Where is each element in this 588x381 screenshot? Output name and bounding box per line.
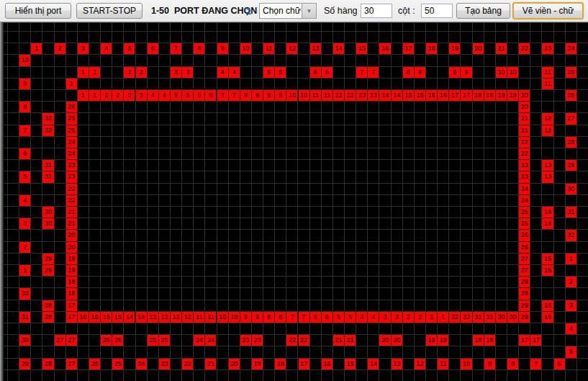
grid-cell[interactable]: 25	[566, 67, 576, 78]
grid-cell[interactable]: 12	[182, 312, 193, 323]
grid-cell[interactable]: 9	[217, 43, 228, 54]
grid-cell[interactable]: 20	[392, 335, 402, 346]
grid-cell[interactable]: 3	[136, 90, 147, 101]
grid-cell[interactable]: 9	[461, 67, 471, 78]
grid-cell[interactable]: 27	[55, 335, 65, 346]
grid-cell[interactable]: 25	[112, 359, 123, 369]
grid-cell[interactable]: 20	[519, 90, 530, 101]
grid-cell[interactable]: 14	[542, 207, 553, 218]
grid-cell[interactable]: 32	[566, 230, 576, 241]
draw-border-button[interactable]: Vẽ viền - chữ	[512, 2, 584, 19]
grid-cell[interactable]: 7	[299, 312, 309, 323]
grid-cell[interactable]: 1	[89, 67, 100, 78]
grid-cell[interactable]: 28	[566, 137, 576, 148]
grid-cell[interactable]: 29	[42, 265, 53, 276]
grid-cell[interactable]: 11	[194, 312, 204, 323]
grid-cell[interactable]: 8	[415, 67, 425, 78]
grid-cell[interactable]: 26	[566, 90, 576, 101]
grid-cell[interactable]: 2	[124, 67, 135, 78]
chevron-down-icon[interactable]: ▼	[302, 4, 316, 18]
grid-cell[interactable]: 21	[519, 113, 530, 124]
grid-cell[interactable]: 30	[507, 312, 518, 323]
grid-cell[interactable]: 8	[263, 312, 274, 323]
grid-cell[interactable]: 18	[473, 335, 484, 346]
grid-cell[interactable]: 12	[345, 90, 356, 101]
grid-cell[interactable]: 22	[519, 137, 530, 148]
grid-cell[interactable]: 26	[519, 230, 530, 241]
grid-cell[interactable]: 26	[519, 242, 530, 253]
grid-cell[interactable]: 9	[275, 90, 286, 101]
grid-cell[interactable]: 19	[66, 265, 77, 276]
grid-cell[interactable]: 23	[542, 43, 553, 54]
grid-cell[interactable]: 18	[275, 359, 286, 369]
create-table-button[interactable]: Tạo bảng	[456, 3, 510, 19]
grid-cell[interactable]: 21	[66, 218, 77, 229]
grid-cell[interactable]: 7	[19, 125, 30, 136]
grid-cell[interactable]: 14	[542, 218, 553, 229]
grid-cell[interactable]: 12	[542, 113, 553, 124]
grid-cell[interactable]: 11	[542, 67, 553, 78]
grid-cell[interactable]: 22	[519, 148, 530, 159]
grid-cell[interactable]: 6	[148, 43, 158, 54]
grid-cell[interactable]: 32	[19, 288, 30, 299]
grid-cell[interactable]: 2	[403, 312, 414, 323]
grid-cell[interactable]: 13	[542, 171, 553, 182]
grid-cell[interactable]: 12	[542, 125, 553, 136]
grid-cell[interactable]: 10	[19, 55, 30, 66]
grid-cell[interactable]: 23	[519, 160, 530, 171]
grid-cell[interactable]: 24	[205, 335, 216, 346]
grid-cell[interactable]: 21	[333, 335, 344, 346]
grid-cell[interactable]: 13	[356, 90, 367, 101]
grid-cell[interactable]: 11	[263, 43, 274, 54]
grid-cell[interactable]: 14	[333, 43, 344, 54]
grid-cell[interactable]: 5	[171, 90, 181, 101]
grid-cell[interactable]: 2	[566, 277, 576, 287]
grid-cell[interactable]: 29	[19, 359, 30, 369]
grid-cell[interactable]: 6	[554, 359, 565, 369]
grid-cell[interactable]: 19	[496, 90, 507, 101]
grid-cell[interactable]: 30	[19, 335, 30, 346]
grid-cell[interactable]: 18	[66, 288, 77, 299]
grid-cell[interactable]: 19	[507, 90, 518, 101]
grid-cell[interactable]: 32	[461, 312, 471, 323]
grid-cell[interactable]: 22	[66, 195, 77, 206]
grid-cell[interactable]: 22	[299, 335, 309, 346]
grid-cell[interactable]: 19	[252, 359, 263, 369]
grid-cell[interactable]: 3	[171, 67, 181, 78]
grid-cell[interactable]: 10	[286, 90, 297, 101]
grid-cell[interactable]: 12	[415, 359, 425, 369]
grid-cell[interactable]: 1	[89, 90, 100, 101]
grid-cell[interactable]: 23	[66, 171, 77, 182]
grid-cell[interactable]: 29	[566, 160, 576, 171]
grid-cell[interactable]: 6	[310, 67, 321, 78]
grid-cell[interactable]: 21	[66, 207, 77, 218]
grid-cell[interactable]: 16	[89, 312, 100, 323]
grid-cell[interactable]: 5	[124, 43, 135, 54]
grid-cell[interactable]: 15	[415, 90, 425, 101]
grid-cell[interactable]: 17	[299, 359, 309, 369]
grid-cell[interactable]: 7	[171, 43, 181, 54]
grid-cell[interactable]: 31	[42, 160, 53, 171]
grid-cell[interactable]: 6	[322, 312, 333, 323]
grid-cell[interactable]: 14	[136, 312, 147, 323]
grid-cell[interactable]: 10	[461, 359, 471, 369]
grid-cell[interactable]: 10	[229, 312, 240, 323]
grid-cell[interactable]: 28	[519, 277, 530, 287]
grid-cell[interactable]: 13	[159, 312, 170, 323]
grid-cell[interactable]: 22	[519, 43, 530, 54]
grid-cell[interactable]: 16	[78, 312, 89, 323]
grid-cell[interactable]: 1	[31, 43, 42, 54]
grid-cell[interactable]: 18	[66, 277, 77, 287]
grid-cell[interactable]: 2	[136, 67, 147, 78]
grid-cell[interactable]: 24	[566, 43, 576, 54]
grid-cell[interactable]: 16	[426, 90, 437, 101]
grid-cell[interactable]: 21	[496, 43, 507, 54]
grid-cell[interactable]: 24	[66, 148, 77, 159]
grid-cell[interactable]: 13	[392, 359, 402, 369]
grid-cell[interactable]: 9	[263, 90, 274, 101]
grid-cell[interactable]: 14	[124, 312, 135, 323]
grid-cell[interactable]: 20	[473, 43, 484, 54]
grid-cell[interactable]: 11	[322, 90, 333, 101]
grid-cell[interactable]: 28	[42, 312, 53, 323]
grid-cell[interactable]: 21	[205, 359, 216, 369]
